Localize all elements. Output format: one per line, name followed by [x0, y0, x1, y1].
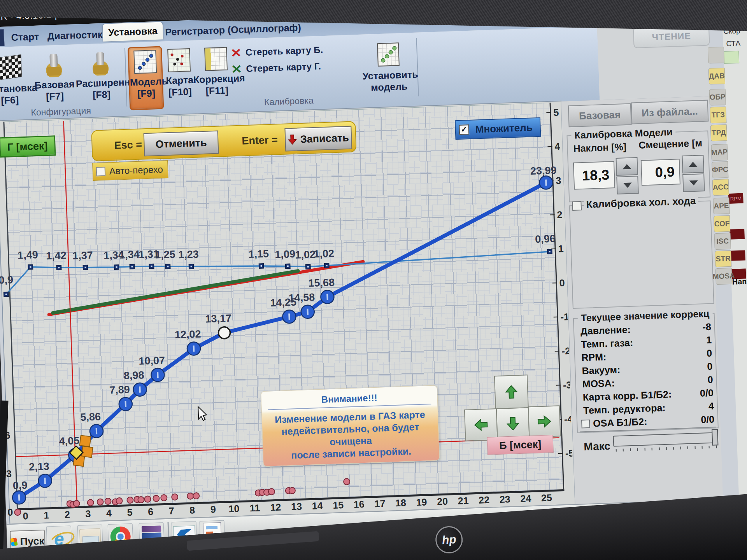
ribbon-button-Расширенная[interactable]: Расширенная[F8]: [75, 51, 127, 101]
model-dot: [142, 62, 146, 66]
ribbon-button-Модель[interactable]: Модель[F9]: [128, 46, 164, 110]
side-tab-STR[interactable]: STR: [715, 250, 731, 267]
right-arrow-icon: [536, 413, 552, 429]
ribbon-button-label: Базовая: [33, 78, 76, 91]
flag-icon: [0, 54, 22, 80]
x-axis-tag: Б [мсек]: [487, 435, 554, 455]
laptop-hinge: [187, 531, 319, 551]
move-right-button[interactable]: [528, 405, 561, 438]
slope-up-button[interactable]: [616, 157, 638, 176]
correction-label: Темп. газа:: [581, 337, 633, 350]
set-model-dot: [381, 58, 385, 62]
red-down-arrow-icon: [288, 135, 297, 145]
correction-label: MOSA:: [582, 377, 615, 390]
slope-value-field[interactable]: 18,3: [573, 161, 615, 190]
ribbon-button-key: [F7]: [33, 89, 77, 103]
model-dot: [146, 58, 149, 62]
set-model-button[interactable]: Установитьмодель: [361, 42, 416, 94]
base-button[interactable]: Базовая: [568, 103, 632, 128]
side-tab-ТРД[interactable]: ТРД: [710, 124, 727, 141]
ribbon-button-key: [F10]: [162, 85, 198, 98]
background-app-text: СТА: [726, 39, 740, 48]
multiplier-checkbox-box[interactable]: ✓: [459, 124, 469, 135]
side-tab-ФРС[interactable]: ФРС: [712, 161, 728, 178]
erase-map-g-label: Стереть карту Г.: [246, 61, 321, 74]
offset-down-button[interactable]: [682, 173, 705, 192]
cancel-button[interactable]: Отменить: [144, 131, 219, 157]
correction-value: 0/0: [700, 387, 714, 399]
side-tab-MOSA[interactable]: MOSA: [715, 268, 732, 285]
from-file-button[interactable]: Из файла...: [631, 100, 709, 124]
warning-text: Изменение модели в ГАЗ картенедействител…: [262, 408, 439, 462]
move-left-button[interactable]: [464, 408, 498, 441]
correction-value: -8: [702, 321, 711, 333]
ribbon-button-Установка[interactable]: Установка[F6]: [0, 54, 32, 107]
side-tab-ТГЗ[interactable]: ТГЗ: [710, 107, 726, 123]
side-tab-ОБР[interactable]: ОБР: [709, 89, 726, 105]
map-dot: [181, 55, 184, 58]
erase-map-b-button[interactable]: ✕Стереть карту Б.: [230, 42, 323, 61]
correction-label: OSA Б1/Б2:: [593, 416, 647, 429]
offset-value-field[interactable]: 0,9: [641, 159, 680, 186]
move-down-button[interactable]: [496, 407, 530, 440]
side-tab-МАР[interactable]: МАР: [711, 144, 728, 161]
side-tab-СОF[interactable]: СОF: [714, 215, 730, 232]
correction-label: Давление:: [580, 324, 631, 337]
windows-logo-icon: [10, 537, 18, 546]
model-dot: [149, 54, 153, 58]
ribbon-group-calibration: Калибровка: [264, 95, 314, 107]
hp-logo: hp: [435, 525, 464, 555]
auto-checkbox-box[interactable]: [96, 167, 106, 177]
app-window-icon: [0, 29, 5, 47]
max-slider-thumb[interactable]: [712, 429, 718, 446]
max-label: Макс: [584, 440, 611, 453]
ribbon-button-key: [F8]: [76, 88, 127, 102]
side-tab-ДАВ[interactable]: ДАВ: [708, 68, 725, 84]
table-icon: [204, 47, 228, 71]
idle-calibration-checkbox[interactable]: [572, 201, 582, 211]
green-x-icon: ✕: [231, 62, 242, 76]
erase-map-g-button[interactable]: ✕Стереть карту Г.: [231, 58, 321, 77]
ribbon-button-Базовая[interactable]: Базовая[F7]: [32, 52, 76, 103]
left-arrow-icon: [473, 417, 489, 433]
ribbon-button-key: [F11]: [193, 84, 240, 97]
auto-checkbox-label: Авто-перехо: [109, 164, 163, 177]
set-model-dot: [384, 54, 389, 58]
offset-label: Смещение [м: [638, 137, 703, 151]
ribbon-button-label: Установка: [0, 82, 31, 95]
correction-value: 0: [707, 374, 713, 385]
set-model-icon: [377, 42, 399, 66]
correction-label: RPM:: [581, 351, 607, 363]
ribbon-button-label: Карта: [162, 74, 197, 86]
injector-icon: [89, 51, 111, 76]
osa-checkbox[interactable]: [581, 420, 590, 429]
laptop-screen: ER - 4.0.10.1 | G4 SAVER - 4.0J r1 (9.9 …: [0, 0, 747, 553]
side-tab-АСС[interactable]: АСС: [712, 179, 729, 196]
tab-Старт[interactable]: Старт: [5, 28, 45, 46]
y-axis-tag: Г [мсек]: [0, 135, 56, 158]
tab-Установка[interactable]: Установка: [103, 22, 163, 41]
slope-down-button[interactable]: [616, 176, 639, 194]
slope-label: Наклон [%]: [573, 141, 626, 154]
set-model-label: Установить: [362, 68, 415, 82]
correction-value: 0/0: [701, 414, 715, 425]
map-dot: [173, 63, 176, 65]
move-up-button[interactable]: [494, 374, 529, 409]
ribbon-button-key: [F6]: [0, 93, 32, 107]
offset-up-button[interactable]: [682, 155, 704, 173]
down-arrow-icon: [505, 416, 521, 432]
auto-transition-checkbox[interactable]: Авто-перехо: [92, 160, 168, 181]
ribbon-button-key: [F9]: [130, 87, 162, 100]
side-tab-ISC[interactable]: ISC: [714, 233, 731, 250]
model-dot: [138, 66, 142, 70]
warning-box: Внимание!!! Изменение модели в ГАЗ карте…: [261, 385, 440, 467]
erase-map-b-label: Стереть карту Б.: [245, 44, 323, 58]
set-model-label2: модель: [363, 80, 416, 94]
side-tab-АРЕ[interactable]: АРЕ: [713, 198, 729, 214]
side-tab-blank[interactable]: [708, 47, 724, 63]
red-x-icon: ✕: [230, 46, 242, 60]
write-button[interactable]: Записать: [284, 126, 352, 152]
map-dot: [170, 53, 173, 56]
multiplier-checkbox-label: Множитель: [475, 121, 533, 135]
multiplier-checkbox[interactable]: ✓ Множитель: [455, 117, 541, 140]
